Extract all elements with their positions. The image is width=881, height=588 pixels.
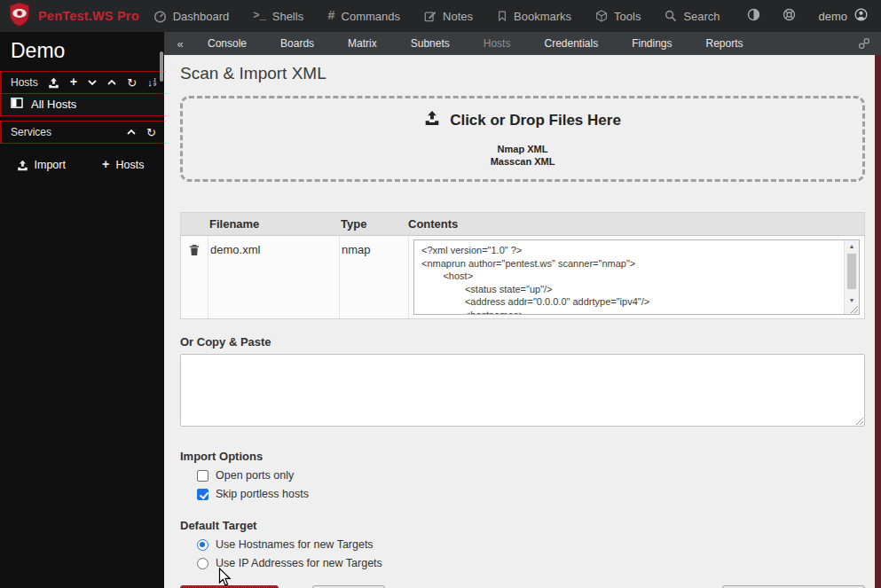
- chevron-down-icon[interactable]: [88, 80, 97, 85]
- search-icon: [665, 10, 677, 22]
- checkbox-unchecked[interactable]: [197, 470, 208, 482]
- tab-bar: « Console Boards Matrix Subnets Hosts Cr…: [164, 32, 881, 55]
- tab-matrix[interactable]: Matrix: [331, 37, 394, 50]
- radio-selected[interactable]: [197, 539, 208, 551]
- nav-label: Bookmarks: [514, 10, 571, 23]
- nav-item-tools[interactable]: Tools: [595, 10, 641, 23]
- nav-label: Shells: [272, 10, 303, 23]
- file-dropzone[interactable]: Click or Drop Files Here Nmap XML Massca…: [180, 96, 865, 182]
- refresh-icon[interactable]: ↻: [146, 127, 156, 138]
- services-section-header: Services ↻: [2, 122, 164, 144]
- add-host-plus-icon[interactable]: +: [70, 75, 77, 90]
- nav-item-dashboard[interactable]: Dashboard: [153, 10, 230, 23]
- chevron-up-icon[interactable]: [107, 80, 116, 85]
- refresh-icon[interactable]: ↻: [127, 77, 137, 89]
- left-sidebar: Demo Hosts + ↻ ↓ 19: [0, 32, 164, 588]
- hash-icon: #: [327, 9, 334, 23]
- main-scrollbar-strip[interactable]: [875, 55, 881, 588]
- use-ip-addresses-option[interactable]: Use IP Addresses for new Targets: [197, 557, 865, 569]
- cube-icon: [595, 10, 608, 22]
- pentestws-shield-logo-icon: [8, 2, 31, 30]
- dropzone-heading: Click or Drop Files Here: [424, 110, 621, 130]
- paste-section-label: Or Copy & Paste: [180, 335, 865, 349]
- file-name-cell: demo.xml: [208, 236, 339, 318]
- uploaded-files-table: Filename Type Contents demo.xml nmap <?x…: [180, 212, 865, 319]
- nav-item-notes[interactable]: Notes: [424, 10, 473, 23]
- use-hostnames-option[interactable]: Use Hostnames for new Targets: [197, 538, 865, 551]
- help-lifering-icon[interactable]: [783, 8, 796, 25]
- tab-boards[interactable]: Boards: [264, 37, 331, 50]
- dropzone-type-masscan: Masscan XML: [491, 155, 555, 168]
- skip-portless-hosts-label: Skip portless hosts: [216, 488, 309, 500]
- brand[interactable]: PenTest.WS Pro: [0, 2, 153, 30]
- open-ports-only-option[interactable]: Open ports only: [197, 469, 865, 482]
- tab-subnets[interactable]: Subnets: [394, 37, 467, 50]
- use-hostnames-label: Use Hostnames for new Targets: [216, 538, 374, 551]
- sidebar-hosts-link[interactable]: + Hosts: [102, 158, 144, 172]
- hosts-section-label: Hosts: [11, 76, 38, 89]
- table-row: demo.xml nmap <?xml version="1.0" ?> <nm…: [181, 236, 864, 318]
- edit-icon: [424, 10, 437, 22]
- file-type-cell: nmap: [339, 236, 408, 318]
- hosts-section: Hosts + ↻ ↓ 19: [0, 71, 164, 116]
- tab-findings[interactable]: Findings: [615, 37, 688, 50]
- skip-portless-hosts-option[interactable]: Skip portless hosts: [197, 488, 865, 500]
- sort-numeric-icon[interactable]: ↓ 19: [147, 78, 156, 88]
- nav-item-search[interactable]: Search: [665, 10, 720, 23]
- share-link-icon[interactable]: [858, 37, 870, 50]
- scrollbar-thumb[interactable]: [847, 254, 856, 289]
- username: demo: [818, 10, 847, 23]
- resize-grip-icon[interactable]: [854, 416, 863, 425]
- navbar-right: demo: [747, 8, 881, 25]
- dropzone-filetypes: Nmap XML Masscan XML: [491, 143, 555, 168]
- tab-credentials[interactable]: Credentials: [527, 37, 615, 50]
- nav-item-shells[interactable]: >_ Shells: [253, 10, 303, 23]
- table-header-row: Filename Type Contents: [181, 213, 864, 236]
- open-ports-only-label: Open ports only: [216, 469, 294, 482]
- theme-contrast-icon[interactable]: [747, 8, 760, 25]
- project-title: Demo: [0, 32, 164, 71]
- sidebar-scrollbar-thumb[interactable]: [160, 51, 163, 82]
- tachometer-icon: [153, 10, 167, 23]
- paste-textarea[interactable]: [180, 354, 865, 427]
- collapse-sidebar-chevrons-icon[interactable]: «: [169, 37, 191, 51]
- tab-reports[interactable]: Reports: [689, 37, 760, 50]
- sidebar-import-link[interactable]: Import: [17, 158, 66, 172]
- nav-label: Notes: [443, 10, 473, 23]
- default-target-heading: Default Target: [180, 519, 865, 532]
- hosts-link-label: Hosts: [115, 159, 144, 171]
- chevron-up-icon[interactable]: [127, 129, 136, 135]
- terminal-icon: >_: [253, 10, 265, 22]
- nav-item-bookmarks[interactable]: Bookmarks: [497, 10, 571, 23]
- scroll-down-arrow-icon[interactable]: ▼: [845, 297, 859, 303]
- nav-item-commands[interactable]: # Commands: [327, 9, 400, 23]
- radio-unselected[interactable]: [197, 558, 208, 569]
- upload-icon[interactable]: [48, 77, 59, 89]
- services-toolbar: ↻: [127, 127, 156, 138]
- delete-file-trash-icon[interactable]: [181, 236, 208, 318]
- dropzone-title: Click or Drop Files Here: [450, 112, 621, 129]
- textarea-scrollbar[interactable]: ▲ ▼: [844, 240, 859, 314]
- page-title: Scan & Import XML: [180, 64, 865, 83]
- nav-items: Dashboard >_ Shells # Commands Notes Boo…: [153, 9, 744, 23]
- hosts-toolbar: + ↻ ↓ 19: [48, 75, 156, 90]
- sidebar-item-all-hosts[interactable]: All Hosts: [2, 94, 164, 116]
- page-content: Scan & Import XML Click or Drop Files He…: [164, 55, 875, 588]
- checkbox-checked[interactable]: [197, 489, 208, 500]
- nav-label: Dashboard: [173, 10, 230, 23]
- plus-icon: +: [102, 158, 109, 172]
- services-section: Services ↻: [0, 121, 164, 144]
- import-link-label: Import: [35, 159, 66, 171]
- sort-arrow: ↓: [147, 78, 153, 88]
- user-menu[interactable]: demo: [818, 8, 868, 24]
- tab-hosts[interactable]: Hosts: [467, 37, 528, 50]
- table-header-type: Type: [339, 217, 408, 231]
- tab-console[interactable]: Console: [191, 37, 264, 50]
- scroll-up-arrow-icon[interactable]: ▲: [845, 243, 859, 249]
- nav-label: Search: [683, 10, 720, 23]
- all-hosts-label: All Hosts: [31, 98, 76, 111]
- table-header-contents: Contents: [408, 217, 864, 231]
- xml-contents-textarea[interactable]: <?xml version="1.0" ?> <nmaprun author="…: [413, 239, 860, 315]
- sidebar-actions: Import + Hosts: [0, 158, 164, 172]
- file-contents-cell: <?xml version="1.0" ?> <nmaprun author="…: [408, 236, 864, 318]
